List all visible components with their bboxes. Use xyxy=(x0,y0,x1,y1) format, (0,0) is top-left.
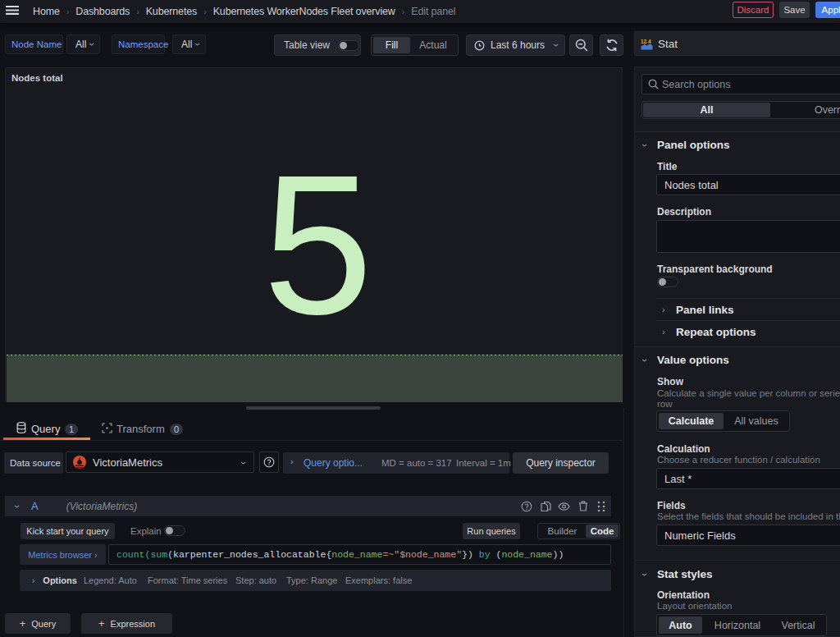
svg-text:4: 4 xyxy=(648,38,651,44)
svg-text:12: 12 xyxy=(641,38,647,44)
